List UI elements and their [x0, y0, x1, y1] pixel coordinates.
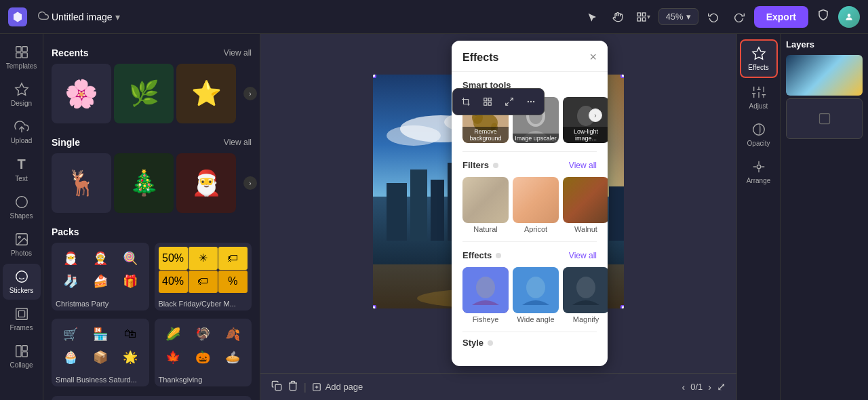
- handle-bl[interactable]: [373, 305, 376, 308]
- layer-item-city[interactable]: [786, 55, 863, 96]
- singles-arrow[interactable]: ›: [243, 176, 257, 190]
- handle-tr[interactable]: [620, 75, 624, 78]
- smart-tool-lowlight[interactable]: Low-light image...: [563, 97, 608, 143]
- filters-view-all-btn[interactable]: View all: [569, 161, 597, 170]
- more-btn[interactable]: [521, 92, 541, 112]
- filters-section: Filters View all Natural Apricot: [452, 152, 608, 241]
- recent-item-leaf[interactable]: 🌿: [114, 64, 174, 123]
- sidebar-item-stickers[interactable]: Stickers: [3, 264, 41, 300]
- handle-tl[interactable]: [373, 75, 376, 78]
- prev-page-btn[interactable]: ‹: [682, 382, 686, 393]
- style-title-row: Style: [462, 338, 597, 348]
- shield-btn[interactable]: [812, 6, 834, 28]
- layout-tool-btn[interactable]: ▾: [633, 6, 654, 28]
- sidebar-item-templates[interactable]: Templates: [3, 39, 41, 75]
- delete-page-btn[interactable]: [288, 380, 298, 393]
- right-tool-arrange-label: Arrange: [747, 177, 771, 184]
- duplicate-page-btn[interactable]: [271, 380, 282, 393]
- sidebar-item-upload-label: Upload: [11, 137, 33, 144]
- single-view-all-btn[interactable]: View all: [224, 138, 252, 147]
- pack-item-christmas[interactable]: 🎅 🤶 🍭 🧦 🍰 🎁 Christmas Party: [52, 243, 149, 311]
- effect-magnify[interactable]: Magnify: [563, 267, 608, 323]
- pagination-text: 0/1: [690, 382, 703, 392]
- filter-apricot[interactable]: Apricot: [513, 177, 559, 233]
- recents-grid: 🌸 🌿 ⭐ ›: [52, 64, 252, 123]
- filter-natural-img: [462, 177, 509, 223]
- right-tool-adjust[interactable]: Adjust: [740, 79, 778, 115]
- svg-point-86: [576, 277, 595, 298]
- sidebar-item-upload[interactable]: Upload: [3, 114, 41, 150]
- filter-walnut-label: Walnut: [563, 225, 608, 233]
- crop-btn[interactable]: [456, 92, 476, 112]
- sidebar-item-text[interactable]: T Text: [3, 151, 41, 188]
- effect-fisheye[interactable]: Fisheye: [462, 267, 509, 323]
- recents-view-all-btn[interactable]: View all: [224, 48, 252, 58]
- effect-wide-label: Wide angle: [513, 315, 559, 323]
- hand-tool-btn[interactable]: [607, 6, 629, 28]
- sidebar-item-shapes[interactable]: Shapes: [3, 189, 41, 225]
- svg-rect-19: [16, 346, 20, 357]
- grid-btn[interactable]: [477, 92, 498, 112]
- packs-grid: 🎅 🤶 🍭 🧦 🍰 🎁 Christmas Party 50% ✳ 🏷 40% …: [52, 243, 252, 311]
- sidebar-item-frames[interactable]: Frames: [3, 301, 41, 337]
- cursor-tool-btn[interactable]: [581, 6, 603, 28]
- cloud-icon: [38, 10, 49, 23]
- right-toolbar: Effects Adjust Opacity Arrange: [736, 34, 780, 400]
- sidebar-item-design[interactable]: Design: [3, 77, 41, 113]
- layers-panel: Layers: [780, 34, 868, 400]
- pack-item-thanksgiving[interactable]: 🌽 🦃 🍂 🍁 🎃 🥧 Thanksgiving: [155, 319, 252, 386]
- next-page-btn[interactable]: ›: [708, 382, 711, 393]
- single-item-deer[interactable]: 🦌: [52, 153, 111, 213]
- right-tool-arrange[interactable]: Arrange: [740, 154, 778, 190]
- svg-rect-32: [410, 169, 427, 241]
- recents-title: Recents: [52, 47, 88, 58]
- undo-btn[interactable]: [703, 6, 724, 28]
- style-dot: [488, 340, 493, 346]
- effects-panel-title: Effects: [462, 52, 498, 64]
- right-tool-effects[interactable]: Effects: [740, 39, 778, 78]
- handle-br[interactable]: [620, 305, 624, 308]
- sidebar-item-photos[interactable]: Photos: [3, 226, 41, 262]
- right-tool-opacity[interactable]: Opacity: [740, 117, 778, 153]
- pack-item-smallbiz[interactable]: 🛒 🏪 🛍 🧁 📦 🌟 Small Business Saturd...: [52, 319, 149, 386]
- fullscreen-btn[interactable]: ⤢: [717, 380, 726, 393]
- pack-item-blackfriday[interactable]: 50% ✳ 🏷 40% 🏷 % Black Friday/Cyber M...: [155, 243, 252, 311]
- add-page-btn[interactable]: Add page: [312, 382, 363, 392]
- sidebar-item-design-label: Design: [11, 100, 32, 107]
- arrow-stickers-pack[interactable]: ➡ ⬆ 🔴 🔵 💥 ⬛: [52, 396, 252, 400]
- effects-view-all-btn[interactable]: View all: [569, 251, 597, 260]
- effect-wide-angle[interactable]: Wide angle: [513, 267, 559, 323]
- single-item-tree[interactable]: 🎄: [114, 153, 174, 213]
- packs-section-header: Packs: [52, 226, 252, 237]
- flip-btn[interactable]: [499, 92, 519, 112]
- effects-dot: [496, 253, 501, 258]
- layer-city-thumb: [786, 55, 863, 96]
- sidebar-item-shapes-label: Shapes: [10, 212, 33, 220]
- svg-point-4: [848, 14, 851, 17]
- svg-rect-58: [488, 98, 491, 101]
- filter-walnut[interactable]: Walnut: [563, 177, 608, 233]
- svg-rect-0: [637, 13, 641, 16]
- filters-dot: [493, 163, 498, 168]
- zoom-control[interactable]: 45% ▾: [658, 8, 698, 25]
- smart-tools-arrow[interactable]: ›: [589, 108, 602, 122]
- right-tool-opacity-label: Opacity: [747, 140, 770, 147]
- effects-close-btn[interactable]: ×: [589, 50, 597, 64]
- svg-point-98: [757, 165, 761, 169]
- single-item-santa-hat[interactable]: 🎅: [176, 153, 236, 213]
- filter-natural[interactable]: Natural: [462, 177, 509, 233]
- document-title[interactable]: Untitled image ▾: [38, 10, 120, 23]
- export-btn[interactable]: Export: [754, 6, 808, 28]
- user-avatar[interactable]: [838, 6, 860, 28]
- svg-rect-8: [22, 53, 26, 58]
- layer-item-2[interactable]: [786, 98, 863, 139]
- recents-arrow[interactable]: ›: [243, 87, 257, 100]
- recent-item-flower[interactable]: 🌸: [52, 64, 111, 123]
- svg-rect-60: [488, 102, 491, 105]
- recent-item-star[interactable]: ⭐: [176, 64, 236, 123]
- singles-grid: 🦌 🎄 🎅 ›: [52, 153, 252, 213]
- sidebar-item-collage[interactable]: Collage: [3, 338, 41, 374]
- svg-marker-87: [752, 47, 764, 59]
- redo-btn[interactable]: [728, 6, 750, 28]
- topbar: Untitled image ▾ ▾ 45% ▾ Export: [0, 0, 868, 34]
